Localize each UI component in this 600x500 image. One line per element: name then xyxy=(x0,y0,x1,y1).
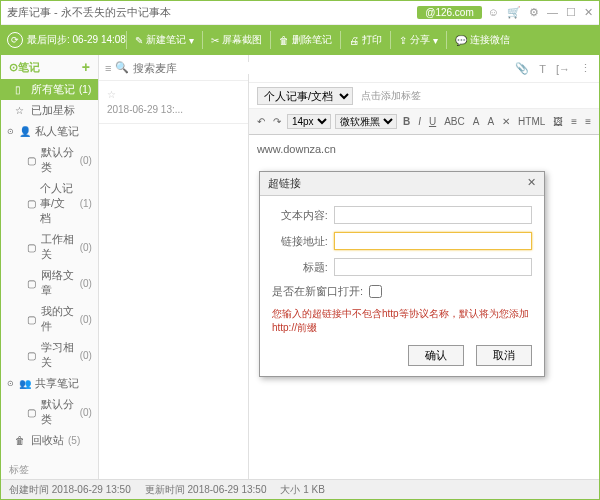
sidebar-folder[interactable]: ▢工作相关 (0) xyxy=(13,229,98,265)
feedback-icon[interactable]: ☺ xyxy=(488,6,499,19)
folder-icon: ▢ xyxy=(27,350,37,361)
html-icon[interactable]: HTML xyxy=(516,115,547,128)
fontsize-select[interactable]: 14px xyxy=(287,114,331,129)
newwindow-checkbox[interactable] xyxy=(369,285,382,298)
window-title: 麦库记事 - 永不丢失的云中记事本 xyxy=(7,5,417,20)
sidebar-starred[interactable]: ☆ 已加星标 xyxy=(1,100,98,121)
strike-icon[interactable]: ABC xyxy=(442,115,467,128)
add-notebook-button[interactable]: + xyxy=(82,59,90,75)
fontcolor-icon[interactable]: A xyxy=(471,115,482,128)
star-icon[interactable]: ☆ xyxy=(107,89,240,100)
dialog-title: 超链接 xyxy=(268,176,301,191)
sync-label: 最后同步: 06-29 14:08 xyxy=(27,33,126,47)
sidebar-folder[interactable]: ▢学习相关 (0) xyxy=(13,337,98,373)
collapse-icon[interactable]: ⊙ xyxy=(7,379,15,388)
sidebar-folder[interactable]: ▢我的文件 (0) xyxy=(13,301,98,337)
sync-status[interactable]: ⟳ 最后同步: 06-29 14:08 xyxy=(7,32,126,48)
settings-icon[interactable]: ⚙ xyxy=(529,6,539,19)
sidebar-trash[interactable]: 🗑 回收站 (5) xyxy=(1,430,98,451)
italic-icon[interactable]: I xyxy=(416,115,423,128)
editor-content[interactable]: www.downza.cn xyxy=(257,143,591,155)
note-date: 2018-06-29 13:... xyxy=(107,104,240,115)
text-content-input[interactable] xyxy=(334,206,532,224)
share-button[interactable]: ⇪分享▾ xyxy=(391,33,446,47)
underline-icon[interactable]: U xyxy=(427,115,438,128)
chevron-down-icon: ▾ xyxy=(433,35,438,46)
wechat-icon: 💬 xyxy=(455,35,467,46)
sidebar-private[interactable]: ⊙ 👤 私人笔记 xyxy=(1,121,98,142)
wechat-button[interactable]: 💬连接微信 xyxy=(447,33,518,47)
tags-input[interactable]: 点击添加标签 xyxy=(361,89,591,103)
printer-icon: 🖨 xyxy=(349,35,359,46)
status-size: 大小 1 KB xyxy=(280,483,324,497)
folder-icon: ▢ xyxy=(27,242,37,253)
minimize-icon[interactable]: — xyxy=(547,6,558,19)
print-button[interactable]: 🖨打印 xyxy=(341,33,390,47)
image-icon[interactable]: 🖼 xyxy=(551,115,565,128)
screenshot-button[interactable]: ✂屏幕截图 xyxy=(203,33,270,47)
sidebar-shared[interactable]: ⊙ 👥 共享笔记 xyxy=(1,373,98,394)
collapse-icon[interactable]: ⊙ xyxy=(7,127,15,136)
document-icon: ▯ xyxy=(15,84,27,95)
title-label: 标题: xyxy=(272,260,328,275)
share-icon: ⇪ xyxy=(399,35,407,46)
list-icon[interactable]: ≡ xyxy=(105,62,111,74)
cancel-button[interactable]: 取消 xyxy=(476,345,532,366)
chevron-down-icon: ▾ xyxy=(189,35,194,46)
url-label: 链接地址: xyxy=(272,234,328,249)
folder-icon: ▢ xyxy=(27,198,36,209)
expand-icon[interactable]: ⊙ xyxy=(9,61,18,74)
maximize-icon[interactable]: ☐ xyxy=(566,6,576,19)
clear-icon[interactable]: ✕ xyxy=(500,115,512,128)
sidebar-folder[interactable]: ▢默认分类 (0) xyxy=(13,142,98,178)
search-icon: 🔍 xyxy=(115,61,129,74)
fontfamily-select[interactable]: 微软雅黑 xyxy=(335,114,397,129)
ok-button[interactable]: 确认 xyxy=(408,345,464,366)
folder-icon: ▢ xyxy=(27,278,37,289)
new-note-button[interactable]: ✎新建笔记▾ xyxy=(127,33,202,47)
indent-icon[interactable]: ≡ xyxy=(569,115,579,128)
attach-icon[interactable]: 📎 xyxy=(515,62,529,75)
export-icon[interactable]: [→ xyxy=(556,63,570,75)
redo-icon[interactable]: ↷ xyxy=(271,115,283,128)
close-icon[interactable]: ✕ xyxy=(584,6,593,19)
bgcolor-icon[interactable]: A xyxy=(485,115,496,128)
sidebar-folder[interactable]: ▢默认分类 (0) xyxy=(13,394,98,430)
sync-icon: ⟳ xyxy=(7,32,23,48)
url-input[interactable] xyxy=(334,232,532,250)
person-icon: 👤 xyxy=(19,126,31,137)
note-list-item[interactable]: ☆ 2018-06-29 13:... xyxy=(99,81,248,124)
undo-icon[interactable]: ↶ xyxy=(255,115,267,128)
folder-icon: ▢ xyxy=(27,314,37,325)
trash-icon: 🗑 xyxy=(15,435,27,446)
dialog-close-icon[interactable]: ✕ xyxy=(527,176,536,191)
dialog-warning: 您输入的超链接中不包含http等协议名称，默认将为您添加http://前缀 xyxy=(272,307,532,335)
cart-icon[interactable]: 🛒 xyxy=(507,6,521,19)
bold-icon[interactable]: B xyxy=(401,115,412,128)
newwindow-label: 是否在新窗口打开: xyxy=(272,284,363,299)
scissors-icon: ✂ xyxy=(211,35,219,46)
folder-icon: ▢ xyxy=(27,155,37,166)
star-icon: ☆ xyxy=(15,105,27,116)
people-icon: 👥 xyxy=(19,378,31,389)
tags-header: 标签 xyxy=(1,457,98,479)
text-content-label: 文本内容: xyxy=(272,208,328,223)
more-icon[interactable]: ⋮ xyxy=(580,62,591,75)
folder-icon: ▢ xyxy=(27,407,37,418)
trash-icon: 🗑 xyxy=(279,35,289,46)
notes-header: 笔记 xyxy=(18,60,40,75)
hyperlink-dialog: 超链接 ✕ 文本内容: 链接地址: 标题: 是否在新窗口打开: 您输入的超链接中… xyxy=(259,171,545,377)
sidebar-folder[interactable]: ▢网络文章 (0) xyxy=(13,265,98,301)
delete-note-button[interactable]: 🗑删除笔记 xyxy=(271,33,340,47)
text-tool-icon[interactable]: T xyxy=(539,63,546,75)
user-email[interactable]: @126.com xyxy=(417,6,482,19)
title-input[interactable] xyxy=(334,258,532,276)
pencil-icon: ✎ xyxy=(135,35,143,46)
sidebar-all-notes[interactable]: ▯ 所有笔记 (1) xyxy=(1,79,98,100)
status-updated: 更新时间 2018-06-29 13:50 xyxy=(145,483,267,497)
sidebar-folder[interactable]: ▢个人记事/文档 (1) xyxy=(13,178,98,229)
category-select[interactable]: 个人记事/文档 xyxy=(257,87,353,105)
status-created: 创建时间 2018-06-29 13:50 xyxy=(9,483,131,497)
outdent-icon[interactable]: ≡ xyxy=(583,115,593,128)
